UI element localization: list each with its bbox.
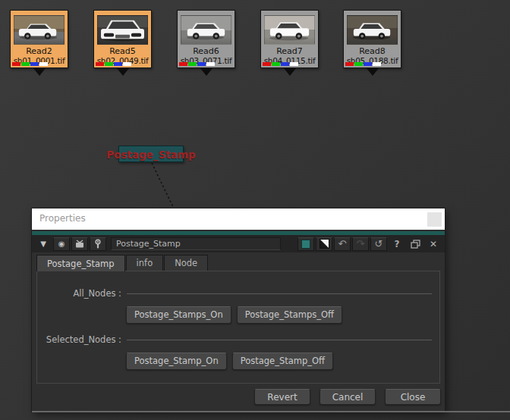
node-name-input[interactable] — [111, 237, 281, 250]
selected-nodes-row: Selected_Nodes : — [43, 334, 432, 346]
red-channel-chip — [179, 62, 187, 66]
tab-node[interactable]: Node — [164, 255, 208, 271]
blue-channel-chip — [114, 62, 122, 66]
green-channel-chip — [188, 62, 197, 66]
tab-info[interactable]: info — [126, 255, 164, 271]
float-panel-button[interactable] — [407, 237, 423, 251]
blue-channel-chip — [197, 62, 206, 66]
output-arrow-icon[interactable] — [284, 68, 296, 76]
tab-postage-stamp[interactable]: Postage_Stamp — [36, 255, 125, 271]
blue-channel-chip — [281, 62, 289, 66]
properties-titlebar[interactable]: Properties — [32, 208, 445, 230]
all-nodes-label: All_Nodes : — [43, 288, 127, 299]
alpha-channel-chip — [39, 62, 48, 66]
float-window-icon — [411, 240, 420, 249]
help-button[interactable]: ? — [389, 237, 405, 251]
read-node[interactable]: Read6 sh03_0071.tif — [177, 10, 235, 68]
undo-arrow-icon: ↶ — [338, 239, 347, 249]
node-color-button[interactable] — [298, 237, 314, 251]
revert-loop-icon: ↺ — [375, 239, 383, 249]
alpha-channel-chip — [123, 62, 131, 66]
car-thumbnail — [347, 15, 398, 45]
channel-chips — [179, 62, 215, 66]
postage-stamp-toggle-button[interactable] — [71, 237, 88, 251]
all-nodes-row: All_Nodes : — [43, 287, 432, 299]
green-channel-chip — [105, 62, 113, 66]
car-thumbnail — [181, 15, 231, 45]
divider-line — [127, 293, 432, 294]
green-channel-chip — [354, 62, 363, 66]
blue-channel-chip — [364, 62, 372, 66]
alpha-channel-chip — [206, 62, 215, 66]
alpha-channel-chip — [290, 62, 298, 66]
window-edge-line — [32, 411, 510, 412]
postage-stamp-on-button[interactable]: Postage_Stamp_On — [126, 353, 227, 370]
panel-title: Properties — [39, 213, 86, 224]
node-name: Read5 — [94, 46, 151, 56]
red-channel-chip — [263, 62, 271, 66]
black-white-diagonal-icon — [320, 239, 329, 249]
knobs-content-area: All_Nodes : Postage_Stamps_On Postage_St… — [36, 271, 440, 384]
chevron-down-icon: ▼ — [40, 240, 46, 248]
car-thumbnail — [264, 15, 315, 45]
monitor-icon — [74, 240, 85, 249]
panel-tabs: Postage_Stamp info Node — [36, 255, 445, 271]
node-graph-canvas[interactable]: Read2 sh01_0001.tif Read5 sh02_0049.tif … — [0, 0, 510, 420]
alpha-channel-chip — [373, 62, 381, 66]
revert-knobs-button[interactable]: ↺ — [370, 237, 387, 251]
output-arrow-icon[interactable] — [117, 68, 129, 76]
red-channel-chip — [96, 62, 104, 66]
read-node[interactable]: Read5 sh02_0049.tif — [93, 10, 152, 68]
green-channel-chip — [21, 62, 30, 66]
node-color-swatch-icon — [301, 240, 310, 249]
read-node[interactable]: Read2 sh01_0001.tif — [10, 10, 68, 68]
node-name: Read2 — [11, 46, 68, 56]
wrench-icon — [93, 239, 102, 249]
undo-button[interactable]: ↶ — [334, 237, 351, 251]
all-nodes-buttons: Postage_Stamps_On Postage_Stamps_Off — [126, 306, 439, 324]
red-channel-chip — [345, 62, 354, 66]
redo-arrow-icon: ↷ — [357, 239, 365, 249]
node-name: Read8 — [344, 46, 401, 56]
channel-chips — [96, 62, 131, 66]
selected-nodes-label: Selected_Nodes : — [43, 334, 127, 345]
postage-stamps-off-button[interactable]: Postage_Stamps_Off — [237, 306, 342, 324]
close-panel-button[interactable]: ✕ — [425, 237, 442, 251]
channel-chips — [345, 62, 381, 66]
output-arrow-icon[interactable] — [367, 68, 379, 76]
car-thumbnail — [14, 15, 65, 45]
car-thumbnail — [97, 15, 148, 45]
green-channel-chip — [272, 62, 280, 66]
revert-button[interactable]: Revert — [254, 389, 310, 405]
selected-nodes-buttons: Postage_Stamp_On Postage_Stamp_Off — [126, 353, 439, 370]
help-icon: ? — [395, 239, 400, 249]
postage-stamps-on-button[interactable]: Postage_Stamps_On — [126, 306, 231, 324]
output-arrow-icon[interactable] — [200, 68, 212, 76]
postage-stamp-node-label: Postage_Stamp — [106, 149, 195, 161]
redo-button[interactable]: ↷ — [352, 237, 369, 251]
channel-chips — [12, 62, 48, 66]
postage-stamp-node[interactable]: Postage_Stamp — [118, 146, 184, 162]
panel-footer: Revert Cancel Close — [254, 389, 441, 405]
output-arrow-icon[interactable] — [33, 68, 46, 76]
close-icon: ✕ — [430, 239, 437, 249]
read-node[interactable]: Read7 sh04_0115.tif — [260, 10, 319, 68]
icon-color-button[interactable] — [316, 237, 332, 251]
center-target-icon: ◉ — [58, 240, 65, 248]
read-node[interactable]: Read8 sh05_0188.tif — [343, 10, 401, 68]
close-button[interactable]: Close — [385, 389, 441, 405]
node-name: Read7 — [261, 46, 318, 56]
red-channel-chip — [12, 62, 20, 66]
cancel-button[interactable]: Cancel — [320, 389, 376, 405]
divider-line — [127, 340, 432, 340]
node-name: Read6 — [178, 46, 235, 56]
center-node-button[interactable]: ◉ — [53, 237, 70, 251]
postage-stamp-off-button[interactable]: Postage_Stamp_Off — [232, 353, 333, 370]
node-toolbar: ▼ ◉ ↶ ↷ ↺ ? ✕ — [32, 235, 445, 252]
titlebar-button[interactable] — [427, 212, 442, 227]
collapse-panel-button[interactable]: ▼ — [35, 237, 52, 251]
node-settings-button[interactable] — [90, 237, 106, 251]
blue-channel-chip — [30, 62, 39, 66]
channel-chips — [263, 62, 298, 66]
properties-panel[interactable]: Properties ▼ ◉ ↶ ↷ ↺ ? ✕ — [32, 208, 445, 412]
